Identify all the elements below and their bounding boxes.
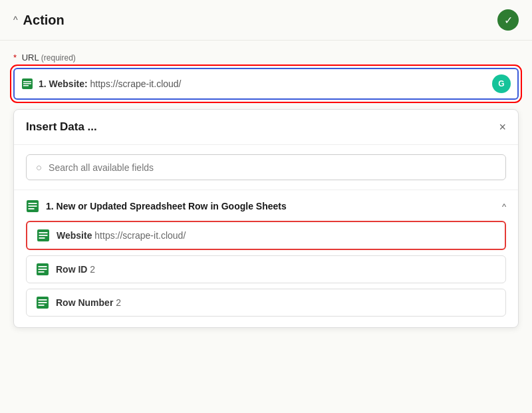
item-gs-icon-rownumber (36, 296, 49, 309)
spreadsheet-header: 1. New or Updated Spreadsheet Row in Goo… (26, 200, 506, 213)
spreadsheet-header-left: 1. New or Updated Spreadsheet Row in Goo… (26, 200, 287, 213)
search-wrapper: ○ (14, 145, 518, 190)
search-icon: ○ (36, 162, 42, 173)
svg-rect-5 (29, 203, 37, 204)
action-title-group: ^ Action (13, 13, 65, 28)
url-section: * URL (required) 1. Website: https://scr… (0, 41, 532, 109)
svg-rect-10 (39, 235, 48, 236)
item-rownumber-text: Row Number 2 (56, 297, 121, 308)
url-input-inner: 1. Website: https://scrape-it.cloud/ (21, 78, 487, 90)
search-row: ○ (26, 154, 506, 180)
spreadsheet-collapse-icon[interactable]: ^ (502, 202, 506, 211)
url-label: * URL (required) (13, 53, 519, 63)
item-rowid-text: Row ID 2 (56, 264, 95, 275)
check-icon: ✓ (504, 14, 513, 27)
svg-rect-14 (39, 269, 47, 270)
item-rowid-num: 2 (90, 264, 95, 275)
insert-data-title: Insert Data ... (26, 120, 97, 134)
close-button[interactable]: × (499, 121, 506, 133)
url-label-text: URL (22, 53, 39, 63)
url-input-field[interactable]: 1. Website: https://scrape-it.cloud/ G (13, 68, 519, 100)
spreadsheet-gs-icon (26, 200, 39, 213)
url-value: https://scrape-it.cloud/ (90, 78, 182, 89)
required-star: * (13, 53, 17, 63)
svg-rect-9 (39, 232, 48, 233)
complete-check-button[interactable]: ✓ (497, 9, 519, 31)
svg-rect-19 (39, 305, 45, 306)
required-text: (required) (41, 53, 76, 63)
google-sheets-icon (21, 78, 33, 90)
item-website-url: https://scrape-it.cloud/ (94, 230, 186, 241)
item-rownumber-num: 2 (116, 297, 121, 308)
item-gs-icon-rowid (36, 263, 49, 276)
action-header: ^ Action ✓ (0, 0, 532, 41)
svg-rect-2 (23, 83, 31, 84)
svg-rect-17 (39, 299, 47, 301)
search-input[interactable] (49, 162, 496, 173)
data-item-website[interactable]: Website https://scrape-it.cloud/ (26, 221, 506, 250)
svg-rect-7 (29, 208, 35, 209)
data-items-list: Website https://scrape-it.cloud/ Row ID … (14, 221, 518, 327)
page-wrapper: ^ Action ✓ * URL (required) (0, 0, 532, 413)
item-rowid-label: Row ID (56, 264, 87, 275)
item-rownumber-label: Row Number (56, 297, 113, 308)
data-item-row-number[interactable]: Row Number 2 (26, 289, 506, 317)
svg-rect-6 (29, 206, 37, 207)
item-gs-icon-website (37, 229, 50, 242)
grammarly-button[interactable]: G (492, 74, 511, 93)
insert-data-panel: Insert Data ... × ○ (13, 109, 519, 328)
data-item-row-id[interactable]: Row ID 2 (26, 255, 506, 283)
action-title: Action (23, 13, 65, 28)
svg-rect-11 (39, 237, 45, 239)
svg-rect-18 (39, 302, 47, 303)
item-website-label: Website (57, 230, 92, 241)
insert-data-header: Insert Data ... × (14, 110, 518, 145)
svg-rect-15 (39, 271, 45, 273)
svg-rect-13 (39, 266, 47, 267)
collapse-icon[interactable]: ^ (13, 15, 18, 25)
url-label-part: 1. Website: (39, 78, 88, 89)
svg-rect-3 (23, 85, 29, 86)
svg-rect-1 (23, 81, 31, 82)
item-website-text: Website https://scrape-it.cloud/ (57, 230, 186, 241)
url-display-text: 1. Website: https://scrape-it.cloud/ (39, 78, 487, 89)
spreadsheet-header-title: 1. New or Updated Spreadsheet Row in Goo… (46, 201, 287, 211)
spreadsheet-section: 1. New or Updated Spreadsheet Row in Goo… (14, 190, 518, 213)
